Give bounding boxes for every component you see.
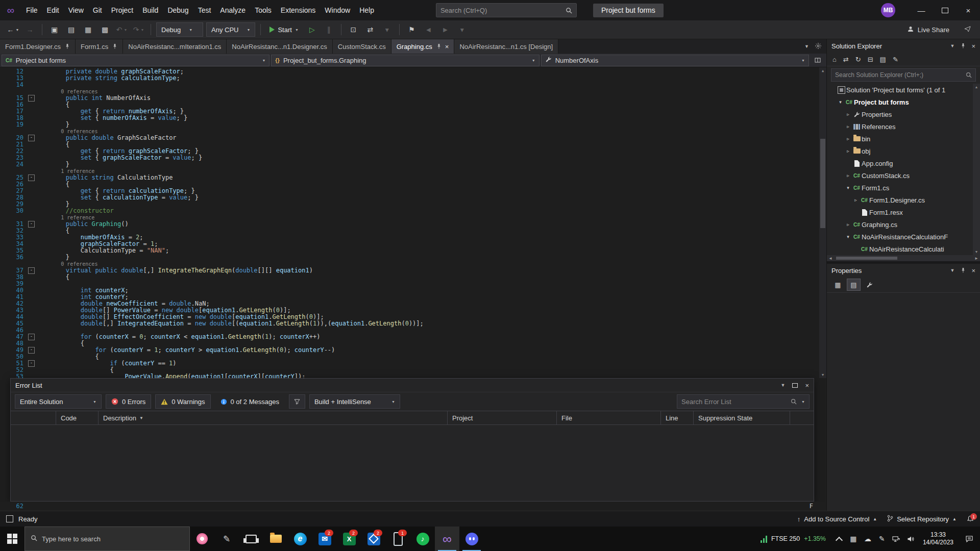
column-header-line[interactable]: Line [661,411,694,424]
sidebar-item-customstack-cs[interactable]: ▹C#CustomStack.cs [827,169,973,182]
sidebar-item-solution-project-but-forms-1-of-1[interactable]: Solution 'Project but forms' (1 of 1 [827,84,973,96]
tree-expanded-icon[interactable]: ▾ [844,234,852,239]
file-compare-button[interactable]: ⇄ [362,22,378,37]
fold-collapse-icon[interactable]: - [28,334,35,340]
network-icon[interactable] [889,536,903,542]
tab-settings-gear-icon[interactable] [815,43,821,51]
breadcrumb-property-dropdown[interactable]: NumberOfAxis▼ [541,55,809,66]
tab-form1-designer-cs[interactable]: Form1.Designer.cs [0,39,76,54]
start-debugging-button[interactable]: Start▼ [265,23,303,36]
quick-search-box[interactable]: Search (Ctrl+Q) [436,3,577,17]
code-line[interactable]: 38 { [0,274,819,281]
blue-app-icon[interactable]: 2 [361,527,386,551]
sidebar-item-noairresistancecalculati[interactable]: C#NoAirResistanceCalculati [827,243,973,255]
code-line[interactable]: 18 set { numberOfAxis = value; } [0,115,819,121]
warnings-toggle-button[interactable]: 0 Warnings [155,394,210,409]
code-line[interactable]: 37- virtual public double[,] IntegrateTh… [0,267,819,274]
code-line[interactable]: 49- for (counterY = 1; counterY > equati… [0,347,819,354]
start-button[interactable] [0,527,24,551]
sidebar-item-project-but-forms[interactable]: ▾C#Project but forms [827,96,973,108]
menu-project[interactable]: Project [107,0,138,20]
solution-name-button[interactable]: Project but forms [593,4,664,17]
code-line[interactable]: 28 set { calculationType = value; } [0,194,819,201]
alphabetical-icon[interactable]: ▤ [847,279,861,291]
code-line[interactable]: 36 } [0,254,819,261]
tree-vertical-scrollbar[interactable]: ▲ ▼ [973,84,980,255]
edge-icon[interactable]: e [288,527,312,551]
sidebar-item-references[interactable]: ▹References [827,120,973,133]
build-intellisense-dropdown[interactable]: Build + IntelliSense ▼ [309,394,400,409]
file-explorer-icon[interactable] [263,527,288,551]
live-share-button[interactable]: Live Share [907,26,975,34]
menu-build[interactable]: Build [138,0,163,20]
notifications-bell-button[interactable]: 1 [967,515,974,522]
code-line[interactable]: 23 set { graphScaleFactor = value; } [0,155,819,161]
close-icon[interactable]: × [971,42,975,50]
save-all-button[interactable]: ▩ [97,22,113,37]
code-editor[interactable]: 12 private double graphScaleFactor;13 pr… [0,67,826,378]
menu-git[interactable]: Git [88,0,107,20]
spotify-icon[interactable]: ♪ [410,527,435,551]
menu-extensions[interactable]: Extensions [276,0,320,20]
filter-button[interactable] [289,394,305,409]
scroll-down-arrow-icon[interactable]: ▼ [819,371,826,378]
visual-studio-icon[interactable]: ∞ [435,527,459,551]
outlook-icon[interactable]: ✉2 [312,527,337,551]
sidebar-item-obj[interactable]: ▹obj [827,145,973,157]
errors-toggle-button[interactable]: 0 Errors [106,394,151,409]
error-list-body[interactable] [11,425,814,501]
window-position-chevron-icon[interactable]: ▼ [780,383,785,388]
code-line[interactable]: 19 } [0,121,819,128]
scroll-right-arrow-icon[interactable]: ► [973,256,980,261]
property-pages-wrench-icon[interactable] [863,279,876,290]
pen-settings-icon[interactable]: ✎ [875,535,889,543]
pin-icon[interactable] [112,43,117,51]
breadcrumb-project-dropdown[interactable]: C#Project but forms▼ [2,55,270,66]
scroll-down-arrow-icon[interactable]: ▼ [973,248,980,255]
chevron-down-icon[interactable]: ▼ [801,400,805,404]
close-icon[interactable]: × [445,43,449,51]
menu-edit[interactable]: Edit [42,0,64,20]
open-file-button[interactable]: ▤ [63,22,79,37]
close-icon[interactable]: × [971,267,975,274]
column-header-severity[interactable] [11,411,56,424]
save-button[interactable]: ▦ [80,22,96,37]
background-tasks-icon[interactable] [6,515,13,522]
column-header-file[interactable]: File [557,411,661,424]
tree-collapsed-icon[interactable]: ▹ [844,124,852,129]
code-line[interactable]: 25- public string CalculationType [0,174,819,181]
pin-icon[interactable] [64,43,70,51]
task-view-button[interactable] [239,527,263,551]
menu-file[interactable]: File [21,0,42,20]
pen-icon[interactable]: ✎ [214,527,239,551]
tab-form1-cs[interactable]: Form1.cs [76,39,123,54]
select-repository-button[interactable]: Select Repository ▲ [887,515,957,523]
scroll-left-arrow-icon[interactable]: ◄ [827,256,834,261]
previous-bookmark-button[interactable]: ◄ [421,22,436,37]
tree-expanded-icon[interactable]: ▾ [844,185,852,190]
categorized-icon[interactable]: ▦ [831,279,844,290]
hidden-icons-chevron[interactable] [832,535,846,543]
defender-grid-icon[interactable]: ▦ [846,535,861,543]
code-line[interactable]: 14 [0,82,819,88]
chevron-down-icon[interactable]: ▼ [950,43,954,48]
tree-collapsed-icon[interactable]: ▹ [844,173,852,178]
scroll-up-arrow-icon[interactable]: ▲ [973,84,980,90]
scope-dropdown[interactable]: Entire Solution ▼ [15,394,102,409]
fold-collapse-icon[interactable]: - [28,267,35,274]
editor-vertical-scrollbar[interactable]: ▲ ▼ [819,67,826,378]
chevron-down-icon[interactable]: ▼ [950,268,954,273]
toggle-bookmark-button[interactable]: ⚑ [404,22,420,37]
breadcrumb-class-dropdown[interactable]: {}Project_but_forms.Graphing▼ [271,55,539,66]
stock-ticker-widget[interactable]: FTSE 250 +1.35% [754,535,832,543]
menu-tools[interactable]: Tools [250,0,276,20]
fold-collapse-icon[interactable]: - [28,221,35,228]
close-panel-icon[interactable]: × [805,382,809,389]
redo-button[interactable]: ↷▼ [131,22,146,37]
code-line[interactable]: 53 PowerValue.Append(equation1[counterX]… [0,373,819,378]
tree-horizontal-scrollbar[interactable]: ◄ ► [827,255,980,261]
new-project-button[interactable]: ▣ [46,22,62,37]
taskbar-search[interactable]: Type here to search [24,527,190,551]
code-line[interactable]: 24 } [0,161,819,168]
code-line[interactable]: 35 CalculationType = "NAN"; [0,247,819,254]
